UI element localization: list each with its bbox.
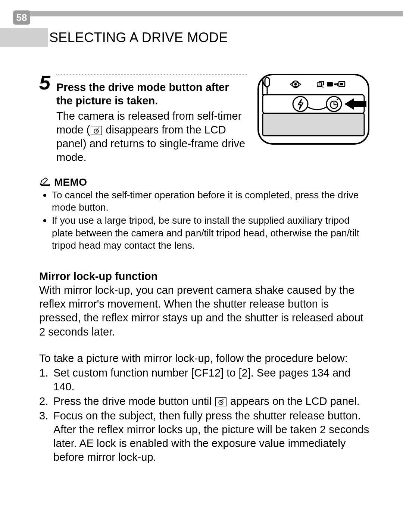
proc-step: Press the drive mode button until appear… bbox=[39, 394, 369, 408]
proc-step-text: Set custom function number [CF12] to [2]… bbox=[53, 367, 350, 393]
svg-rect-23 bbox=[41, 184, 50, 186]
mirror-lockup-intro: With mirror lock-up, you can prevent cam… bbox=[39, 283, 369, 339]
proc-step-followup: After the reflex mirror locks up, the pi… bbox=[53, 423, 369, 464]
svg-point-9 bbox=[294, 83, 297, 86]
memo-item: To cancel the self-timer operation befor… bbox=[52, 189, 369, 214]
step-body: The camera is released from self-timer m… bbox=[56, 109, 247, 164]
page-number-badge: 58 bbox=[13, 10, 30, 25]
self-timer-button-icon bbox=[327, 97, 341, 111]
svg-rect-13 bbox=[327, 82, 333, 86]
mirror-lockup-lead: To take a picture with mirror lock-up, f… bbox=[39, 352, 369, 365]
step-number: 5 bbox=[39, 72, 54, 92]
section-title: SELECTING A DRIVE MODE bbox=[49, 30, 228, 45]
self-timer-icon bbox=[215, 397, 227, 406]
header-gray-strip bbox=[26, 11, 403, 16]
memo-label: MEMO bbox=[54, 176, 87, 188]
memo-list: To cancel the self-timer operation befor… bbox=[39, 189, 369, 252]
mirror-lockup-heading: Mirror lock-up function bbox=[39, 270, 369, 283]
section-heading: SELECTING A DRIVE MODE bbox=[0, 28, 403, 47]
heading-gray-tab bbox=[0, 28, 48, 47]
memo-heading: MEMO bbox=[39, 176, 369, 188]
flash-button-icon bbox=[293, 97, 308, 111]
svg-point-16 bbox=[293, 97, 308, 111]
proc-step: Set custom function number [CF12] to [2]… bbox=[39, 366, 369, 394]
proc-step: Focus on the subject, then fully press t… bbox=[39, 409, 369, 464]
svg-rect-7 bbox=[265, 78, 269, 86]
page-header-bar: 58 bbox=[0, 11, 403, 30]
memo-item: If you use a large tripod, be sure to in… bbox=[52, 214, 369, 252]
step-block: 5 Press the drive mode button after the … bbox=[39, 75, 369, 164]
step-left-column: 5 Press the drive mode button after the … bbox=[39, 75, 247, 164]
proc-step-text-pre: Press the drive mode button until bbox=[53, 395, 215, 407]
proc-step-text-post: appears on the LCD panel. bbox=[227, 395, 360, 407]
svg-line-27 bbox=[222, 399, 224, 400]
svg-rect-6 bbox=[263, 113, 364, 136]
svg-line-3 bbox=[98, 128, 99, 129]
step-text: Press the drive mode button after the pi… bbox=[56, 75, 247, 164]
step-title: Press the drive mode button after the pi… bbox=[56, 81, 247, 108]
self-timer-icon bbox=[91, 126, 102, 135]
pencil-memo-icon bbox=[39, 177, 50, 188]
proc-step-text: Focus on the subject, then fully press t… bbox=[53, 410, 361, 422]
camera-top-diagram bbox=[257, 74, 369, 145]
manual-page: 58 SELECTING A DRIVE MODE 5 Press the dr… bbox=[0, 11, 403, 532]
mirror-lockup-procedure: Set custom function number [CF12] to [2]… bbox=[39, 366, 369, 465]
diagram-svg bbox=[257, 74, 369, 145]
page-content: 5 Press the drive mode button after the … bbox=[0, 75, 403, 465]
svg-rect-15 bbox=[340, 83, 343, 85]
